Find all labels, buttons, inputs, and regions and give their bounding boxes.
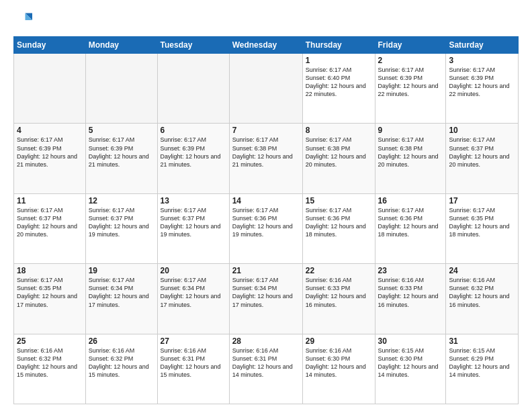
day-number: 28 <box>232 336 300 346</box>
calendar-week-4: 25Sunrise: 6:16 AMSunset: 6:32 PMDayligh… <box>14 334 519 404</box>
day-number: 27 <box>161 336 226 346</box>
day-info: Sunrise: 6:17 AMSunset: 6:37 PMDaylight:… <box>17 206 83 239</box>
day-number: 20 <box>161 266 226 275</box>
day-info: Sunrise: 6:16 AMSunset: 6:32 PMDaylight:… <box>17 347 83 379</box>
day-info: Sunrise: 6:17 AMSunset: 6:38 PMDaylight:… <box>378 136 443 169</box>
day-info: Sunrise: 6:17 AMSunset: 6:38 PMDaylight:… <box>232 136 300 169</box>
calendar-cell-5: 5Sunrise: 6:17 AMSunset: 6:39 PMDaylight… <box>85 124 157 193</box>
day-number: 30 <box>378 336 443 346</box>
day-info: Sunrise: 6:16 AMSunset: 6:33 PMDaylight:… <box>378 276 443 309</box>
day-number: 10 <box>449 126 515 135</box>
calendar-cell-24: 24Sunrise: 6:16 AMSunset: 6:32 PMDayligh… <box>446 264 519 334</box>
day-info: Sunrise: 6:17 AMSunset: 6:37 PMDaylight:… <box>449 136 515 169</box>
day-info: Sunrise: 6:16 AMSunset: 6:32 PMDaylight:… <box>89 347 154 379</box>
calendar-header-row: SundayMondayTuesdayWednesdayThursdayFrid… <box>14 37 519 54</box>
day-number: 21 <box>232 266 300 275</box>
day-number: 1 <box>306 56 372 65</box>
calendar-cell-27: 27Sunrise: 6:16 AMSunset: 6:31 PMDayligh… <box>157 334 229 404</box>
calendar-cell-empty <box>229 54 302 124</box>
calendar-cell-empty <box>157 54 229 124</box>
day-info: Sunrise: 6:16 AMSunset: 6:32 PMDaylight:… <box>449 276 515 309</box>
day-info: Sunrise: 6:17 AMSunset: 6:34 PMDaylight:… <box>161 276 226 309</box>
calendar-header-thursday: Thursday <box>302 37 375 54</box>
calendar-cell-20: 20Sunrise: 6:17 AMSunset: 6:34 PMDayligh… <box>157 264 229 334</box>
calendar-header-saturday: Saturday <box>446 37 519 54</box>
day-number: 15 <box>306 196 372 205</box>
day-number: 2 <box>378 56 443 65</box>
day-info: Sunrise: 6:17 AMSunset: 6:37 PMDaylight:… <box>161 206 226 239</box>
logo <box>13 11 35 30</box>
day-number: 31 <box>449 336 515 346</box>
day-info: Sunrise: 6:17 AMSunset: 6:36 PMDaylight:… <box>306 206 372 239</box>
header <box>13 11 519 30</box>
calendar-cell-16: 16Sunrise: 6:17 AMSunset: 6:36 PMDayligh… <box>375 193 446 263</box>
calendar-header-monday: Monday <box>85 37 157 54</box>
day-info: Sunrise: 6:17 AMSunset: 6:36 PMDaylight:… <box>378 206 443 239</box>
day-info: Sunrise: 6:17 AMSunset: 6:34 PMDaylight:… <box>232 276 300 309</box>
logo-icon <box>13 11 32 30</box>
calendar-cell-1: 1Sunrise: 6:17 AMSunset: 6:40 PMDaylight… <box>302 54 375 124</box>
day-number: 26 <box>89 336 154 346</box>
day-number: 29 <box>306 336 372 346</box>
calendar-cell-7: 7Sunrise: 6:17 AMSunset: 6:38 PMDaylight… <box>229 124 302 193</box>
day-number: 7 <box>232 126 300 135</box>
day-number: 9 <box>378 126 443 135</box>
calendar-week-0: 1Sunrise: 6:17 AMSunset: 6:40 PMDaylight… <box>14 54 519 124</box>
day-info: Sunrise: 6:16 AMSunset: 6:30 PMDaylight:… <box>306 347 372 379</box>
calendar-week-2: 11Sunrise: 6:17 AMSunset: 6:37 PMDayligh… <box>14 193 519 263</box>
day-number: 18 <box>17 266 83 275</box>
calendar-table: SundayMondayTuesdayWednesdayThursdayFrid… <box>13 36 519 404</box>
calendar-cell-6: 6Sunrise: 6:17 AMSunset: 6:39 PMDaylight… <box>157 124 229 193</box>
calendar-cell-26: 26Sunrise: 6:16 AMSunset: 6:32 PMDayligh… <box>85 334 157 404</box>
calendar-cell-23: 23Sunrise: 6:16 AMSunset: 6:33 PMDayligh… <box>375 264 446 334</box>
day-number: 4 <box>17 126 83 135</box>
calendar-cell-8: 8Sunrise: 6:17 AMSunset: 6:38 PMDaylight… <box>302 124 375 193</box>
day-number: 17 <box>449 196 515 205</box>
day-info: Sunrise: 6:17 AMSunset: 6:40 PMDaylight:… <box>306 66 372 99</box>
day-info: Sunrise: 6:17 AMSunset: 6:39 PMDaylight:… <box>17 136 83 169</box>
day-number: 3 <box>449 56 515 65</box>
calendar-cell-12: 12Sunrise: 6:17 AMSunset: 6:37 PMDayligh… <box>85 193 157 263</box>
calendar-header-friday: Friday <box>375 37 446 54</box>
day-info: Sunrise: 6:17 AMSunset: 6:37 PMDaylight:… <box>89 206 154 239</box>
day-info: Sunrise: 6:17 AMSunset: 6:34 PMDaylight:… <box>89 276 154 309</box>
calendar-cell-3: 3Sunrise: 6:17 AMSunset: 6:39 PMDaylight… <box>446 54 519 124</box>
day-number: 14 <box>232 196 300 205</box>
day-number: 16 <box>378 196 443 205</box>
calendar-cell-11: 11Sunrise: 6:17 AMSunset: 6:37 PMDayligh… <box>14 193 86 263</box>
calendar-cell-13: 13Sunrise: 6:17 AMSunset: 6:37 PMDayligh… <box>157 193 229 263</box>
day-number: 19 <box>89 266 154 275</box>
day-info: Sunrise: 6:17 AMSunset: 6:38 PMDaylight:… <box>306 136 372 169</box>
calendar-cell-18: 18Sunrise: 6:17 AMSunset: 6:35 PMDayligh… <box>14 264 86 334</box>
day-number: 25 <box>17 336 83 346</box>
day-info: Sunrise: 6:16 AMSunset: 6:31 PMDaylight:… <box>161 347 226 379</box>
calendar-week-1: 4Sunrise: 6:17 AMSunset: 6:39 PMDaylight… <box>14 124 519 193</box>
calendar-cell-30: 30Sunrise: 6:15 AMSunset: 6:30 PMDayligh… <box>375 334 446 404</box>
calendar-cell-19: 19Sunrise: 6:17 AMSunset: 6:34 PMDayligh… <box>85 264 157 334</box>
calendar-header-sunday: Sunday <box>14 37 86 54</box>
day-info: Sunrise: 6:15 AMSunset: 6:29 PMDaylight:… <box>449 347 515 379</box>
day-number: 12 <box>89 196 154 205</box>
calendar-cell-17: 17Sunrise: 6:17 AMSunset: 6:35 PMDayligh… <box>446 193 519 263</box>
day-info: Sunrise: 6:17 AMSunset: 6:39 PMDaylight:… <box>161 136 226 169</box>
calendar-cell-empty <box>14 54 86 124</box>
day-info: Sunrise: 6:17 AMSunset: 6:35 PMDaylight:… <box>17 276 83 309</box>
calendar-cell-15: 15Sunrise: 6:17 AMSunset: 6:36 PMDayligh… <box>302 193 375 263</box>
calendar-cell-4: 4Sunrise: 6:17 AMSunset: 6:39 PMDaylight… <box>14 124 86 193</box>
day-info: Sunrise: 6:16 AMSunset: 6:33 PMDaylight:… <box>306 276 372 309</box>
calendar-cell-28: 28Sunrise: 6:16 AMSunset: 6:31 PMDayligh… <box>229 334 302 404</box>
calendar-cell-2: 2Sunrise: 6:17 AMSunset: 6:39 PMDaylight… <box>375 54 446 124</box>
day-info: Sunrise: 6:15 AMSunset: 6:30 PMDaylight:… <box>378 347 443 379</box>
day-info: Sunrise: 6:17 AMSunset: 6:39 PMDaylight:… <box>449 66 515 99</box>
day-info: Sunrise: 6:17 AMSunset: 6:36 PMDaylight:… <box>232 206 300 239</box>
calendar-cell-29: 29Sunrise: 6:16 AMSunset: 6:30 PMDayligh… <box>302 334 375 404</box>
calendar-cell-21: 21Sunrise: 6:17 AMSunset: 6:34 PMDayligh… <box>229 264 302 334</box>
day-number: 6 <box>161 126 226 135</box>
calendar-cell-25: 25Sunrise: 6:16 AMSunset: 6:32 PMDayligh… <box>14 334 86 404</box>
calendar-cell-empty <box>85 54 157 124</box>
day-info: Sunrise: 6:17 AMSunset: 6:39 PMDaylight:… <box>378 66 443 99</box>
calendar-week-3: 18Sunrise: 6:17 AMSunset: 6:35 PMDayligh… <box>14 264 519 334</box>
day-number: 8 <box>306 126 372 135</box>
calendar-header-tuesday: Tuesday <box>157 37 229 54</box>
day-number: 24 <box>449 266 515 275</box>
